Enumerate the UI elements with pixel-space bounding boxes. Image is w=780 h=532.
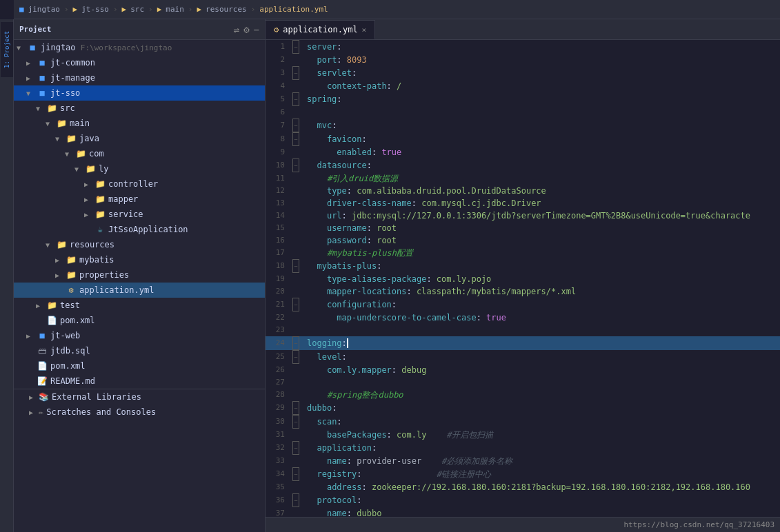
line-number-2: 2 — [266, 54, 290, 66]
breadcrumb-file: application.yml — [259, 5, 328, 14]
tree-item-com[interactable]: ▼📁com — [14, 146, 265, 161]
line-number-16: 16 — [266, 234, 290, 247]
tree-label-service: service — [108, 209, 143, 219]
equalizer-button[interactable]: ⇌ — [234, 24, 239, 35]
code-content-18: mybatis-plus: — [304, 260, 381, 272]
code-line-27: 27 — [266, 376, 780, 389]
tree-item-resources[interactable]: ▼📁resources — [14, 237, 265, 252]
fold-gutter-36[interactable]: − — [290, 493, 301, 507]
tree-icon-resources: 📁 — [55, 239, 68, 250]
tree-item-jingtao[interactable]: ▼■jingtao F:\workspace\jingtao — [14, 40, 265, 55]
fold-gutter-25[interactable]: − — [290, 350, 301, 364]
tree-item-pom.xml[interactable]: 📄pom.xml — [14, 313, 265, 328]
fold-gutter-10[interactable]: − — [290, 158, 301, 172]
tree-item-jt-manage[interactable]: ▶■jt-manage — [14, 70, 265, 85]
code-content-35: address: zookeeper://192.168.180.160:218… — [304, 481, 750, 493]
editor-area: ⚙ application.yml × 1−server:2 port: 809… — [266, 19, 780, 532]
code-content-29: dubbo: — [304, 402, 337, 414]
tree-arrow-mapper: ▶ — [84, 196, 94, 203]
code-line-21: 21− configuration: — [266, 298, 780, 311]
editor-tab-yaml[interactable]: ⚙ application.yml × — [266, 20, 375, 39]
code-content-36: protocol: — [304, 494, 361, 507]
code-content-34: registry: #链接注册中心 — [304, 468, 491, 480]
project-tab[interactable]: 1: Project — [1, 22, 13, 77]
tree-icon-java: 📁 — [65, 133, 77, 144]
code-line-35: 35 address: zookeeper://192.168.180.160:… — [266, 481, 780, 493]
tree-label-mybatis: mybatis — [79, 255, 114, 265]
line-number-15: 15 — [266, 222, 290, 234]
tree-item-pom-root.xml[interactable]: 📄pom.xml — [14, 358, 265, 374]
tree-arrow-jt-sso: ▼ — [26, 90, 36, 97]
tree-item-service[interactable]: ▶📁service — [14, 207, 265, 222]
code-line-25: 25− level: — [266, 350, 780, 364]
tree-item-mapper[interactable]: ▶📁mapper — [14, 192, 265, 207]
external-libraries-item[interactable]: ▶ 📚 External Libraries — [14, 389, 265, 405]
vertical-sidebar-tab[interactable]: 1: Project — [0, 19, 14, 532]
tab-close-button[interactable]: × — [362, 25, 367, 34]
tree-icon-README.md: 📝 — [36, 376, 48, 387]
tree-item-test[interactable]: ▶📁test — [14, 298, 265, 313]
fold-gutter-34[interactable]: − — [290, 467, 301, 481]
tree-arrow-mybatis: ▶ — [55, 256, 65, 264]
line-number-27: 27 — [266, 376, 290, 389]
tree-item-main[interactable]: ▼📁main — [14, 116, 265, 131]
line-number-30: 30 — [266, 416, 290, 428]
arrow-icon-scratch: ▶ — [29, 409, 39, 416]
tree-icon-jingtao: ■ — [26, 42, 39, 53]
settings-button[interactable]: ⚙ — [243, 24, 249, 35]
code-content-3: servlet: — [304, 67, 357, 79]
scratches-item[interactable]: ▶ ✏ Scratches and Consoles — [14, 405, 265, 420]
fold-gutter-18[interactable]: − — [290, 259, 301, 273]
line-number-24: 24 — [266, 337, 290, 349]
tree-item-JtSsoApplication[interactable]: ☕JtSsoApplication — [14, 222, 265, 237]
code-content-2: port: 8093 — [304, 54, 367, 66]
code-line-19: 19 type-aliases-package: com.ly.pojo — [266, 273, 780, 285]
line-number-33: 33 — [266, 455, 290, 467]
tree-item-jt-common[interactable]: ▶■jt-common — [14, 55, 265, 70]
fold-gutter-21[interactable]: − — [290, 298, 301, 311]
tree-item-mybatis[interactable]: ▶📁mybatis — [14, 252, 265, 267]
code-line-32: 32− application: — [266, 441, 780, 455]
line-number-37: 37 — [266, 507, 290, 517]
scratch-icon: ✏ — [39, 407, 43, 417]
tree-item-jt-sso[interactable]: ▼■jt-sso — [14, 85, 265, 101]
fold-gutter-29[interactable]: − — [290, 401, 301, 415]
line-number-1: 1 — [266, 41, 290, 53]
fold-gutter-30[interactable]: − — [290, 415, 301, 429]
tree-item-controller[interactable]: ▶📁controller — [14, 176, 265, 192]
code-line-12: 12 type: com.alibaba.druid.pool.DruidDat… — [266, 185, 780, 197]
collapse-button[interactable]: − — [254, 24, 259, 35]
fold-gutter-32[interactable]: − — [290, 441, 301, 455]
fold-gutter-5[interactable]: − — [290, 92, 301, 106]
tree-arrow-test: ▶ — [36, 302, 46, 309]
code-line-4: 4 context-path: / — [266, 80, 780, 92]
tree-icon-controller: 📁 — [94, 178, 106, 190]
fold-gutter-24[interactable]: − — [290, 336, 301, 350]
code-line-20: 20 mapper-locations: classpath:/mybatis/… — [266, 285, 780, 298]
tree-item-jtdb.sql[interactable]: 🗃jtdb.sql — [14, 343, 265, 358]
fold-gutter-8[interactable]: − — [290, 132, 301, 146]
code-content-22: map-underscore-to-camel-case: true — [304, 311, 506, 324]
tree-item-src[interactable]: ▼📁src — [14, 101, 265, 116]
tree-item-java[interactable]: ▼📁java — [14, 131, 265, 146]
code-line-2: 2 port: 8093 — [266, 54, 780, 66]
code-content-17: #mybatis-plush配置 — [304, 247, 413, 259]
code-content-14: url: jdbc:mysql://127.0.0.1:3306/jtdb?se… — [304, 209, 750, 222]
breadcrumb-main: main — [166, 5, 184, 14]
breadcrumb-src: src — [130, 5, 144, 14]
tree-item-README.md[interactable]: 📝README.md — [14, 374, 265, 389]
tree-item-application.yml[interactable]: ⚙application.yml — [14, 283, 265, 298]
tree-icon-JtSsoApplication: ☕ — [94, 224, 106, 235]
tree-item-properties[interactable]: ▶📁properties — [14, 267, 265, 283]
fold-gutter-3[interactable]: − — [290, 66, 301, 80]
code-line-34: 34− registry: #链接注册中心 — [266, 467, 780, 481]
code-line-26: 26 com.ly.mapper: debug — [266, 364, 780, 376]
tree-item-jt-web[interactable]: ▶■jt-web — [14, 328, 265, 343]
tree-icon-jt-manage: ■ — [36, 72, 48, 83]
fold-gutter-1[interactable]: − — [290, 40, 301, 54]
tree-item-ly[interactable]: ▼📁ly — [14, 161, 265, 176]
tree-icon-service: 📁 — [94, 209, 106, 220]
code-editor[interactable]: 1−server:2 port: 80933− servlet:4 contex… — [266, 40, 780, 517]
fold-gutter-7[interactable]: − — [290, 119, 301, 132]
code-line-13: 13 driver-class-name: com.mysql.cj.jdbc.… — [266, 197, 780, 209]
